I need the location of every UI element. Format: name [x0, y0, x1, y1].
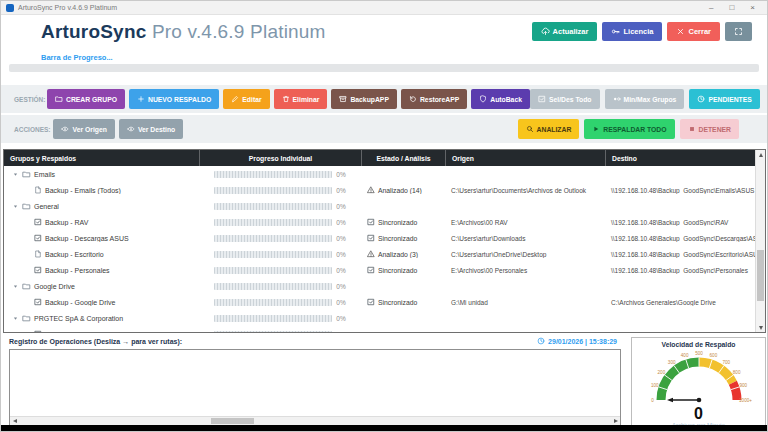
actualizar-button[interactable]: Actualizar — [532, 22, 598, 41]
check-square-icon — [367, 218, 375, 226]
gestion-label: GESTIÓN: — [14, 96, 44, 103]
row-progress-bar — [214, 171, 332, 178]
svg-text:0: 0 — [651, 398, 654, 403]
destino-path: \\192.168.10.48\Backup_GoodSync\Escritor… — [605, 251, 755, 258]
editar-button[interactable]: Editar — [223, 89, 269, 109]
svg-text:700: 700 — [722, 360, 730, 365]
close-icon — [676, 27, 685, 36]
backupapp-button[interactable]: BackupAPP — [331, 89, 397, 109]
scrollbar-thumb[interactable] — [757, 250, 764, 301]
backup-row[interactable]: Backup - Descargas ASUS0%SincronizadoC:\… — [4, 230, 765, 246]
row-label: Backup - Google Drive — [45, 299, 115, 306]
minimize-button[interactable]: – — [709, 1, 713, 14]
origen-path: C:\Users\artur\Downloads — [445, 235, 605, 242]
svg-text:100: 100 — [650, 383, 658, 388]
fullscreen-button[interactable] — [725, 22, 752, 41]
title-bar: ArturoSync Pro v.4.6.9 Platinum – □ × — [1, 1, 767, 15]
restoreapp-button[interactable]: RestoreAPP — [401, 89, 467, 109]
backup-row[interactable]: Backup - Escritorio0%Analizado (3)C:\Use… — [4, 246, 765, 262]
caret-down-icon — [12, 283, 19, 290]
svg-text:300: 300 — [667, 360, 675, 365]
sel-des-todo-button[interactable]: Sel/Des Todo — [530, 89, 600, 109]
page-title-version: Pro v.4.6.9 Platinum — [146, 21, 325, 42]
autoback-button[interactable]: AutoBack — [471, 89, 530, 109]
app-icon — [6, 4, 14, 12]
backup-row[interactable]: Backup - Google Drive0%SincronizadoG:\Mi… — [4, 294, 765, 310]
header-actions: ActualizarLicenciaCerrar — [532, 22, 752, 41]
row-label: Backup - Emails (Todos) — [45, 187, 121, 194]
status-text: Sincronizado — [378, 219, 417, 226]
restore-icon — [409, 95, 417, 103]
backup-row[interactable]: Backup - RAV0%SincronizadoE:\Archivos\00… — [4, 214, 765, 230]
scroll-right-icon[interactable] — [611, 417, 620, 425]
cerrar-button[interactable]: Cerrar — [667, 22, 720, 41]
log-scrollbar-thumb[interactable] — [211, 418, 254, 424]
folder-icon — [22, 170, 31, 179]
maximize-button[interactable]: □ — [729, 1, 734, 14]
check-square-icon — [367, 234, 375, 242]
row-progress-bar — [214, 219, 332, 226]
pendientes-button[interactable]: PENDIENTES — [689, 89, 759, 109]
svg-text:400: 400 — [680, 353, 688, 358]
svg-text:200: 200 — [657, 370, 665, 375]
licencia-button[interactable]: Licencia — [602, 22, 662, 41]
row-progress-value: 0% — [336, 331, 345, 333]
warning-icon — [367, 250, 375, 258]
clock-icon — [697, 95, 705, 103]
col-origen: Origen — [445, 150, 605, 166]
caret-down-icon — [12, 315, 19, 322]
group-row[interactable]: Emails0% — [4, 166, 765, 182]
status-text: Sincronizado — [378, 267, 417, 274]
operations-log[interactable] — [9, 349, 621, 426]
archive-icon — [339, 95, 347, 103]
backup-row[interactable]: Backup - Emails (Todos)0%Analizado (14)C… — [4, 182, 765, 198]
respaldar-todo-button[interactable]: RESPALDAR TODO — [584, 119, 674, 139]
row-label: Backup - Escritorio — [45, 251, 104, 258]
cloud-upload-icon — [541, 27, 550, 36]
caret-down-icon — [12, 203, 19, 210]
gauge-title: Velocidad de Respaldo — [632, 341, 765, 348]
row-progress-bar — [214, 331, 332, 333]
analizar-button[interactable]: ANALIZAR — [518, 119, 580, 139]
origen-path: C:\Users\artur\Documents\Archivos de Out… — [445, 187, 605, 194]
scroll-up-icon[interactable] — [756, 150, 765, 159]
table-scrollbar[interactable] — [755, 150, 765, 332]
clock-icon — [537, 337, 545, 345]
scroll-left-icon[interactable] — [10, 417, 19, 425]
log-horizontal-scrollbar[interactable] — [10, 416, 620, 425]
acciones-buttons-right: ANALIZARRESPALDAR TODODETENER — [518, 119, 739, 139]
folder-plus-icon — [55, 95, 63, 103]
group-row[interactable]: Google Drive0% — [4, 278, 765, 294]
check-square-icon — [34, 298, 42, 306]
origen-path: E:\Archivos\00 RAV — [445, 219, 605, 226]
gestion-buttons-right: Sel/Des TodoMin/Max GruposPENDIENTES — [530, 89, 760, 109]
table-header: Grupos y Respaldos Progreso Individual E… — [4, 150, 765, 166]
gestion-toolbar: GESTIÓN: CREAR GRUPONUEVO RESPALDOEditar… — [1, 85, 767, 113]
eliminar-button[interactable]: Eliminar — [274, 89, 328, 109]
table-body: Emails0%Backup - Emails (Todos)0%Analiza… — [4, 166, 765, 332]
svg-text:900: 900 — [739, 383, 747, 388]
scroll-down-icon[interactable] — [756, 323, 765, 332]
page-title: ArturoSync Pro v.4.6.9 Platinum — [41, 21, 326, 43]
gauge-value: 0 — [632, 407, 765, 421]
row-label: Google Drive — [34, 283, 75, 290]
acciones-buttons: Ver OrigenVer Destino — [53, 119, 183, 139]
backup-row[interactable]: 0% — [4, 326, 765, 332]
destino-path: C:\Archivos Generales\Google Drive — [605, 299, 755, 306]
svg-text:500: 500 — [695, 351, 703, 356]
group-row[interactable]: PRGTEC SpA & Corporation0% — [4, 310, 765, 326]
min-max-grupos-button[interactable]: Min/Max Grupos — [605, 89, 685, 109]
group-row[interactable]: General0% — [4, 198, 765, 214]
acciones-label: ACCIONES: — [14, 126, 50, 133]
crear-grupo-button[interactable]: CREAR GRUPO — [47, 89, 125, 109]
backup-row[interactable]: Backup - Personales0%SincronizadoE:\Arch… — [4, 262, 765, 278]
ver-destino-button[interactable]: Ver Destino — [119, 119, 183, 139]
window-close-button[interactable]: × — [750, 1, 755, 14]
row-progress-value: 0% — [336, 219, 345, 226]
detener-button[interactable]: DETENER — [680, 119, 739, 139]
row-label: Backup - Descargas ASUS — [45, 235, 129, 242]
ver-origen-button[interactable]: Ver Origen — [53, 119, 114, 139]
row-progress-bar — [214, 315, 332, 322]
row-progress-value: 0% — [336, 283, 345, 290]
nuevo-respaldo-button[interactable]: NUEVO RESPALDO — [129, 89, 219, 109]
